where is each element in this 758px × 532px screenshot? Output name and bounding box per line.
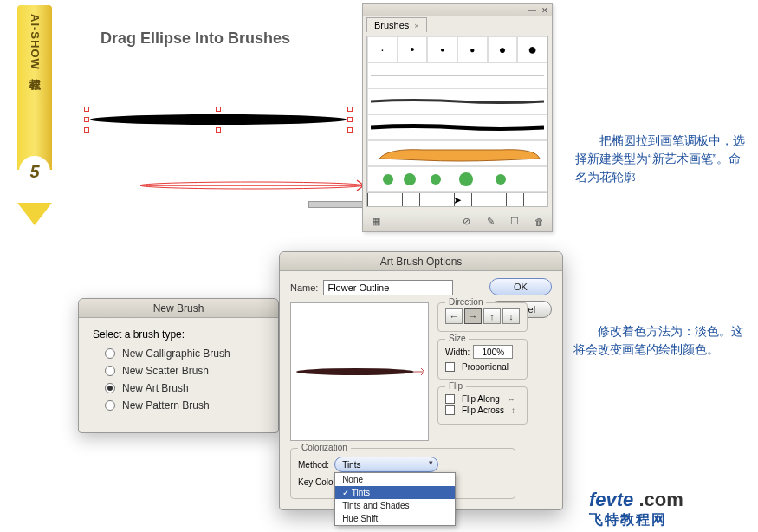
name-input[interactable]: [323, 280, 453, 295]
select-type-label: Select a brush type:: [93, 328, 264, 341]
brushes-tab[interactable]: Brushes×: [366, 17, 427, 32]
bookmark-text: AI-SHOW教程: [27, 14, 42, 72]
direction-group: Direction ← → ↑ ↓: [437, 302, 528, 332]
instruction-text-2: 修改着色方法为：淡色。这将会改变画笔的绘制颜色。: [573, 322, 747, 359]
svg-point-7: [496, 174, 506, 185]
tab-close-icon[interactable]: ×: [414, 22, 418, 30]
brush-swatch[interactable]: [367, 114, 547, 140]
svg-point-6: [459, 172, 473, 186]
method-option-hue-shift[interactable]: Hue Shift: [335, 512, 455, 525]
brush-swatch[interactable]: ·: [367, 36, 398, 62]
brush-swatch[interactable]: ●: [457, 36, 488, 62]
width-label: Width:: [445, 347, 470, 357]
radio-calligraphic[interactable]: New Calligraphic Brush: [105, 347, 264, 360]
cursor-icon: ➤: [453, 194, 462, 206]
bookmark-number: 5: [19, 156, 50, 187]
method-label: Method:: [298, 460, 329, 470]
flip-group: Flip Flip Along↔ Flip Across↕: [437, 386, 528, 425]
brush-list[interactable]: · • ● ● ● ● ➤: [366, 36, 548, 207]
radio-pattern[interactable]: New Pattern Brush: [105, 399, 264, 412]
direction-up[interactable]: ↑: [483, 308, 501, 324]
new-brush-dialog: New Brush Select a brush type: New Calli…: [78, 298, 279, 433]
svg-point-8: [296, 368, 414, 375]
brush-swatch[interactable]: [367, 62, 547, 88]
method-option-tints[interactable]: ✓ Tints: [335, 486, 455, 499]
brush-preview: [290, 302, 429, 441]
brush-swatch[interactable]: [367, 88, 547, 114]
minimize-icon[interactable]: —: [528, 6, 536, 15]
bookmark: AI-SHOW教程 5: [17, 5, 52, 204]
radio-scatter[interactable]: New Scatter Brush: [105, 365, 264, 377]
radio-art[interactable]: New Art Brush: [105, 382, 264, 394]
drag-arrow: [139, 177, 373, 194]
brushes-panel: — ✕ Brushes× · • ● ● ● ● ➤ ▦ ⊘ ✎ ☐ 🗑: [362, 3, 553, 232]
svg-point-3: [383, 174, 393, 185]
brush-swatch[interactable]: ●: [427, 36, 457, 62]
width-input[interactable]: [473, 345, 513, 359]
brush-lib-icon[interactable]: ▦: [368, 215, 384, 229]
brush-swatch[interactable]: [367, 140, 547, 166]
ok-button[interactable]: OK: [489, 278, 552, 295]
brush-swatch[interactable]: ●: [488, 36, 518, 62]
remove-stroke-icon[interactable]: ⊘: [458, 215, 474, 229]
direction-left[interactable]: ←: [445, 308, 463, 324]
flip-along-checkbox[interactable]: [445, 394, 455, 404]
svg-point-4: [404, 173, 416, 185]
new-brush-icon[interactable]: ☐: [507, 215, 522, 229]
flip-along-icon: ↔: [507, 394, 515, 404]
size-group: Size Width: Proportional: [437, 339, 528, 380]
method-dropdown[interactable]: Tints None ✓ Tints Tints and Shades Hue …: [334, 457, 438, 472]
trash-icon[interactable]: 🗑: [531, 215, 547, 229]
brush-ruler: ➤: [367, 192, 547, 206]
method-option-tints-shades[interactable]: Tints and Shades: [335, 499, 455, 512]
art-brush-options-dialog: Art Brush Options Name: OK Cancel Direct…: [279, 251, 563, 510]
brand: fevte .com 飞特教程网: [589, 489, 683, 529]
direction-right[interactable]: →: [464, 308, 482, 324]
dialog-title: New Brush: [79, 299, 278, 318]
proportional-checkbox[interactable]: [445, 362, 455, 372]
key-color-label: Key Color:: [298, 477, 339, 487]
brush-swatch[interactable]: [367, 166, 547, 192]
brush-swatch[interactable]: ●: [517, 36, 547, 62]
flip-across-checkbox[interactable]: [445, 405, 455, 415]
svg-point-0: [90, 114, 347, 125]
method-menu: None ✓ Tints Tints and Shades Hue Shift: [334, 472, 456, 526]
dialog-title: Art Brush Options: [280, 252, 562, 271]
close-icon[interactable]: ✕: [541, 6, 548, 15]
ellipse-selection[interactable]: [87, 109, 350, 130]
headline: Drag Ellipse Into Brushes: [100, 29, 290, 48]
brush-options-icon[interactable]: ✎: [483, 215, 498, 229]
colorization-group: Colorization Method: Tints None ✓ Tints …: [290, 448, 515, 499]
direction-down[interactable]: ↓: [502, 308, 520, 324]
flip-across-icon: ↕: [511, 405, 515, 415]
instruction-text-1: 把椭圆拉到画笔调板中，选择新建类型为“新艺术画笔”。命名为花轮廓: [575, 132, 748, 186]
method-option-none[interactable]: None: [335, 473, 455, 486]
brush-swatch[interactable]: •: [398, 36, 428, 62]
name-label: Name:: [290, 282, 318, 293]
svg-point-5: [431, 174, 441, 185]
